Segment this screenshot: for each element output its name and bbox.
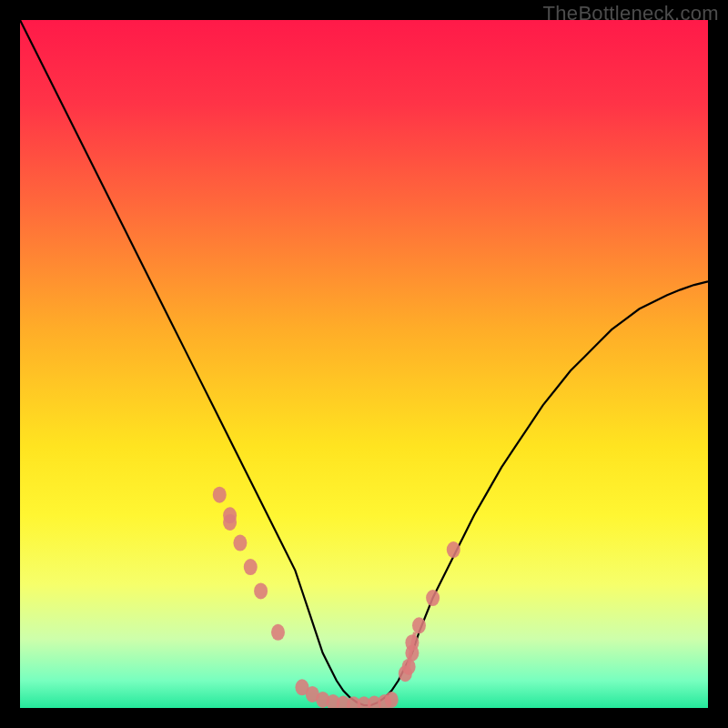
marker-point bbox=[447, 541, 460, 558]
marker-point bbox=[223, 514, 237, 531]
marker-point bbox=[426, 590, 440, 606]
marker-point bbox=[213, 487, 227, 503]
marker-point bbox=[233, 535, 247, 551]
marker-point bbox=[271, 624, 285, 641]
marker-point bbox=[244, 559, 258, 575]
gradient-background bbox=[20, 20, 708, 708]
marker-point bbox=[254, 582, 268, 599]
chart-frame bbox=[20, 20, 708, 708]
bottleneck-chart bbox=[20, 20, 708, 708]
watermark-text: TheBottleneck.com bbox=[543, 2, 719, 25]
marker-point bbox=[412, 617, 426, 633]
marker-point bbox=[385, 692, 399, 708]
